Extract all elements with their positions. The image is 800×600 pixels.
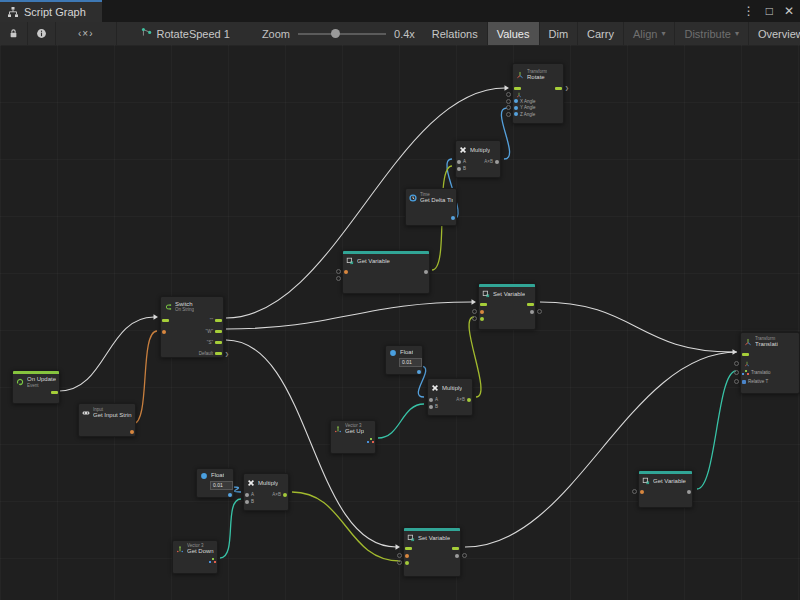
vector3-port[interactable] <box>742 370 749 376</box>
gray-value-port[interactable] <box>424 270 428 274</box>
blue-value-port[interactable] <box>514 112 518 116</box>
green-value-port[interactable] <box>405 561 409 565</box>
distribute-button[interactable]: Distribute▾ <box>675 22 748 45</box>
node-on-update[interactable]: On UpdateEvent <box>12 370 60 404</box>
orange-value-port[interactable] <box>405 554 409 558</box>
node-port-row <box>741 350 799 359</box>
orange-value-port[interactable] <box>640 490 644 494</box>
flow-port[interactable] <box>527 303 534 306</box>
orange-value-port[interactable] <box>344 270 348 274</box>
gray-value-port[interactable] <box>495 160 499 164</box>
relations-button[interactable]: Relations <box>423 22 488 45</box>
node-port-row <box>13 389 59 396</box>
node-get-variable-top[interactable]: Get Variable <box>342 250 430 294</box>
inline-value-field[interactable]: 0.01 <box>399 358 422 367</box>
green-value-port[interactable] <box>480 317 484 321</box>
orange-value-port[interactable] <box>130 430 134 434</box>
unconnected-port-ring[interactable] <box>632 489 637 494</box>
zoom-slider-thumb[interactable] <box>331 29 340 38</box>
carry-button[interactable]: Carry <box>578 22 624 45</box>
unconnected-port-ring[interactable] <box>336 276 341 281</box>
enum-port[interactable] <box>742 380 746 384</box>
node-multiply-bottom[interactable]: MultiplyAA×BB <box>243 473 289 511</box>
window-menu-icon[interactable]: ⋮ <box>743 0 755 22</box>
dim-button[interactable]: Dim <box>540 22 579 45</box>
flow-port[interactable] <box>215 330 222 333</box>
blue-value-port[interactable] <box>514 106 518 110</box>
gray-value-port[interactable] <box>245 500 249 504</box>
node-multiply-mid[interactable]: MultiplyAA×BB <box>427 378 473 416</box>
gray-value-port[interactable] <box>687 490 691 494</box>
unconnected-port-ring[interactable] <box>734 379 739 384</box>
blue-value-port[interactable] <box>417 370 421 374</box>
zoom-slider[interactable] <box>298 33 386 35</box>
vector3-port[interactable] <box>209 558 216 564</box>
gray-value-port[interactable] <box>457 160 461 164</box>
node-transform-rotate[interactable]: TransformRotate❯X AngleY AngleZ Angle <box>512 63 564 124</box>
blue-value-port[interactable] <box>451 216 455 220</box>
info-button[interactable] <box>28 22 56 45</box>
node-float-bottom[interactable]: Float0.01 <box>196 468 234 498</box>
flow-port[interactable] <box>215 341 222 344</box>
gray-value-port[interactable] <box>245 493 249 497</box>
flow-port[interactable] <box>742 353 749 356</box>
unconnected-port-ring[interactable] <box>472 316 477 321</box>
flow-port[interactable] <box>405 547 412 550</box>
flow-port[interactable] <box>215 352 222 355</box>
vector3-port[interactable] <box>367 438 374 444</box>
flow-port[interactable] <box>162 319 169 322</box>
gray-value-port[interactable] <box>530 310 534 314</box>
green-value-port[interactable] <box>467 398 471 402</box>
blue-value-port[interactable] <box>228 493 232 497</box>
inline-value-field[interactable]: 0.01 <box>210 481 233 490</box>
lock-button[interactable] <box>0 22 28 45</box>
unconnected-port-ring[interactable] <box>397 560 402 565</box>
port-label: Relative T <box>748 379 768 384</box>
gray-value-port[interactable] <box>429 398 433 402</box>
flow-port[interactable] <box>514 87 521 90</box>
unconnected-port-ring[interactable] <box>336 269 341 274</box>
unconnected-port-ring[interactable] <box>462 553 467 558</box>
flow-port[interactable] <box>452 547 459 550</box>
close-icon[interactable]: ✕ <box>784 0 794 22</box>
node-float-mid[interactable]: Float0.01 <box>385 345 423 375</box>
values-button[interactable]: Values <box>488 22 540 45</box>
node-port-row <box>343 275 429 282</box>
unconnected-port-ring[interactable] <box>472 309 477 314</box>
code-view-button[interactable]: ‹×› <box>56 22 117 45</box>
gray-value-port[interactable] <box>457 167 461 171</box>
gray-value-port[interactable] <box>429 405 433 409</box>
unconnected-port-ring[interactable] <box>734 361 739 366</box>
unconnected-port-ring[interactable] <box>734 370 739 375</box>
orange-value-port[interactable] <box>480 310 484 314</box>
unconnected-port-ring[interactable] <box>506 99 511 104</box>
gray-value-port[interactable] <box>455 554 459 558</box>
overview-button[interactable]: Overview <box>749 22 800 45</box>
node-set-variable-mid[interactable]: Set Variable <box>478 283 536 330</box>
node-set-variable-bottom[interactable]: Set Variable <box>403 527 461 577</box>
node-vector3-get-up[interactable]: Vector 3Get Up <box>330 420 376 454</box>
flow-port[interactable] <box>51 391 58 394</box>
node-switch-on-string[interactable]: SwitchOn String"""W""S"Default❯ <box>160 296 224 358</box>
node-multiply-top[interactable]: MultiplyAA×BB <box>455 140 501 178</box>
graph-reference[interactable]: RotateSpeed 1 <box>131 22 240 45</box>
node-port-row <box>173 556 217 565</box>
node-transform-translate[interactable]: TransformTranslatiTranslatioRelative T <box>740 332 800 394</box>
graph-canvas[interactable]: TransformRotate❯X AngleY AngleZ AngleMul… <box>0 45 800 600</box>
align-button[interactable]: Align▾ <box>624 22 675 45</box>
node-get-variable-bottom[interactable]: Get Variable <box>638 470 693 508</box>
flow-port[interactable] <box>555 87 562 90</box>
flow-port[interactable] <box>215 319 222 322</box>
blue-value-port[interactable] <box>514 99 518 103</box>
green-value-port[interactable] <box>283 493 287 497</box>
unconnected-port-ring[interactable] <box>397 553 402 558</box>
flow-port[interactable] <box>480 303 487 306</box>
node-vector3-get-down[interactable]: Vector 3Get Down <box>172 540 218 574</box>
node-get-delta-time[interactable]: TimeGet Delta Time <box>405 188 457 226</box>
unconnected-port-ring[interactable] <box>506 112 511 117</box>
orange-value-port[interactable] <box>162 330 166 334</box>
tab-script-graph[interactable]: Script Graph <box>0 0 102 22</box>
node-get-input-string[interactable]: InputGet Input Strin <box>78 403 136 437</box>
maximize-icon[interactable]: □ <box>766 0 773 22</box>
unconnected-port-ring[interactable] <box>537 309 542 314</box>
